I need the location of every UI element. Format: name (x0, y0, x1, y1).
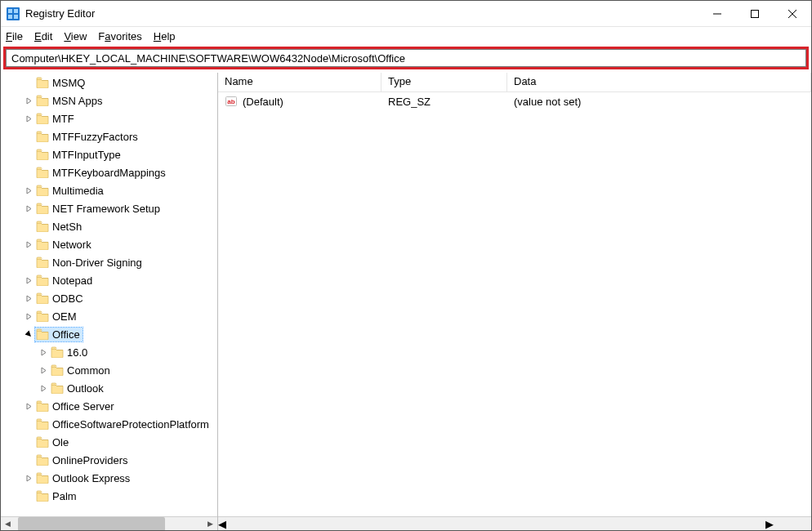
tree-item[interactable]: Notepad (1, 271, 217, 289)
window-title: Registry Editor (25, 7, 95, 20)
tree-horizontal-scrollbar[interactable]: ◀ ▶ (1, 516, 217, 530)
svg-rect-3 (8, 15, 12, 19)
tree-item[interactable]: MTFFuzzyFactors (1, 127, 217, 145)
tree-item[interactable]: Outlook Express (1, 469, 217, 487)
scroll-left-icon[interactable]: ◀ (1, 517, 15, 531)
menu-favorites[interactable]: Favorites (98, 30, 141, 42)
address-bar-highlight (3, 47, 809, 69)
tree-item-label: OEM (52, 310, 77, 323)
column-type[interactable]: Type (381, 73, 507, 91)
svg-text:ab: ab (227, 98, 234, 105)
list-header: Name Type Data (218, 73, 811, 92)
expander-closed-icon[interactable] (37, 364, 50, 377)
expander-closed-icon[interactable] (37, 346, 50, 359)
tree-item-label: Multimedia (52, 185, 104, 197)
svg-rect-4 (14, 15, 18, 19)
expander-closed-icon[interactable] (22, 94, 35, 107)
list-horizontal-scrollbar[interactable]: ◀ ▶ (218, 516, 811, 530)
tree-item-label: MSMQ (52, 77, 85, 89)
expander-closed-icon[interactable] (22, 310, 35, 323)
expander-closed-icon[interactable] (22, 202, 35, 215)
minimize-button[interactable] (698, 1, 736, 27)
tree-item[interactable]: Multimedia (1, 181, 217, 199)
tree-item-label: 16.0 (67, 346, 87, 359)
tree-item-label: Ole (52, 436, 69, 448)
scroll-left-icon[interactable]: ◀ (218, 518, 226, 530)
tree-item-label: Office Server (52, 400, 114, 413)
menubar: File Edit View Favorites Help (1, 27, 811, 45)
scroll-right-icon[interactable]: ▶ (203, 517, 217, 531)
tree-item-label: MTFFuzzyFactors (52, 131, 138, 143)
tree-item-label: Non-Driver Signing (52, 257, 142, 269)
tree-item[interactable]: Palm (1, 487, 217, 505)
tree-item-label: OfficeSoftwareProtectionPlatform (52, 418, 209, 431)
svg-rect-6 (752, 10, 759, 17)
expander-closed-icon[interactable] (22, 292, 35, 305)
expander-closed-icon[interactable] (22, 274, 35, 287)
tree-item[interactable]: 16.0 (1, 343, 217, 361)
tree-item-label: Office (52, 328, 80, 341)
tree-view[interactable]: MSMQMSN AppsMTFMTFFuzzyFactorsMTFInputTy… (1, 73, 217, 516)
value-name: (Default) (243, 96, 283, 108)
list-row[interactable]: ab(Default)REG_SZ(value not set) (218, 92, 811, 110)
menu-help[interactable]: Help (154, 30, 176, 42)
tree-item-label: ODBC (52, 292, 83, 305)
tree-item-label: MSN Apps (52, 95, 102, 107)
tree-item-label: OnlineProviders (52, 454, 128, 466)
tree-item[interactable]: Common (1, 361, 217, 379)
column-data[interactable]: Data (507, 73, 811, 91)
regedit-icon (6, 7, 20, 21)
tree-item-label: Network (52, 239, 91, 251)
tree-item-label: Palm (52, 490, 77, 502)
expander-open-icon[interactable] (22, 328, 35, 341)
tree-item-label: Outlook Express (52, 472, 130, 484)
tree-item-label: NET Framework Setup (52, 203, 160, 215)
expander-closed-icon[interactable] (22, 399, 35, 413)
maximize-button[interactable] (736, 1, 774, 27)
tree-pane: MSMQMSN AppsMTFMTFFuzzyFactorsMTFInputTy… (1, 73, 218, 530)
tree-item[interactable]: Office Server (1, 397, 217, 415)
tree-item[interactable]: OEM (1, 307, 217, 325)
tree-item-label: MTF (52, 113, 74, 125)
list-body[interactable]: ab(Default)REG_SZ(value not set) (218, 92, 811, 516)
address-input[interactable] (6, 49, 806, 67)
value-type: REG_SZ (381, 96, 507, 108)
tree-item-label: Notepad (52, 274, 92, 287)
menu-edit[interactable]: Edit (34, 30, 52, 42)
menu-file[interactable]: File (6, 30, 23, 42)
expander-closed-icon[interactable] (37, 382, 50, 395)
tree-item[interactable]: NetSh (1, 217, 217, 235)
tree-item[interactable]: Network (1, 235, 217, 253)
scroll-thumb[interactable] (18, 517, 165, 531)
tree-item[interactable]: MSN Apps (1, 91, 217, 109)
tree-item[interactable]: Office (1, 325, 217, 343)
expander-closed-icon[interactable] (22, 184, 35, 197)
tree-item[interactable]: MTFInputType (1, 145, 217, 163)
tree-item[interactable]: OfficeSoftwareProtectionPlatform (1, 415, 217, 433)
expander-closed-icon[interactable] (22, 238, 35, 251)
column-name[interactable]: Name (218, 73, 381, 91)
menu-view[interactable]: View (64, 30, 87, 42)
tree-item[interactable]: Non-Driver Signing (1, 253, 217, 271)
content-split: MSMQMSN AppsMTFMTFFuzzyFactorsMTFInputTy… (1, 73, 811, 530)
svg-rect-1 (8, 9, 12, 13)
value-data: (value not set) (507, 96, 811, 108)
tree-item[interactable]: MTF (1, 109, 217, 127)
titlebar: Registry Editor (1, 1, 811, 27)
tree-item-label: Outlook (67, 382, 104, 395)
tree-item[interactable]: Outlook (1, 379, 217, 397)
tree-item[interactable]: Ole (1, 433, 217, 451)
close-button[interactable] (774, 1, 811, 27)
tree-item[interactable]: MSMQ (1, 74, 217, 91)
expander-closed-icon[interactable] (22, 112, 35, 125)
svg-rect-2 (14, 9, 18, 13)
tree-item[interactable]: OnlineProviders (1, 451, 217, 469)
tree-item-label: MTFKeyboardMappings (52, 167, 166, 179)
scroll-right-icon[interactable]: ▶ (765, 518, 774, 530)
tree-item[interactable]: MTFKeyboardMappings (1, 163, 217, 181)
tree-item[interactable]: NET Framework Setup (1, 199, 217, 217)
tree-item[interactable]: ODBC (1, 289, 217, 307)
tree-item-label: NetSh (52, 221, 82, 233)
tree-item-label: Common (67, 364, 110, 377)
expander-closed-icon[interactable] (22, 471, 35, 484)
